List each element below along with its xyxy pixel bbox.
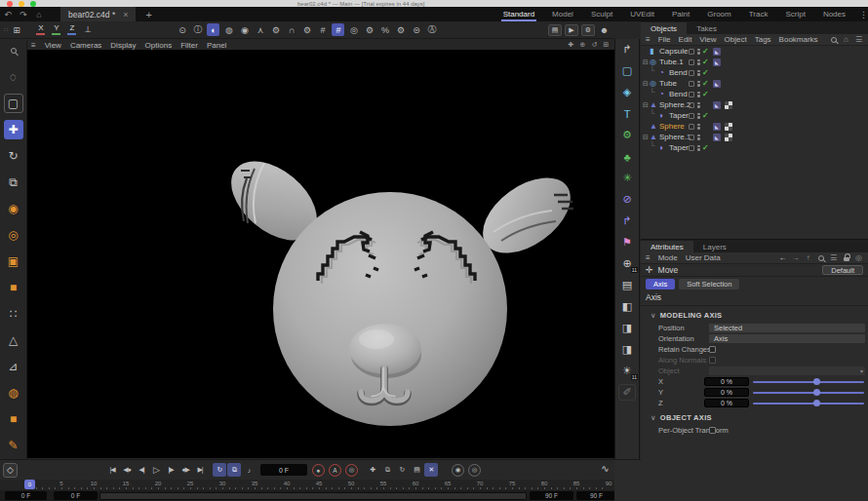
fcurve-mode-icon[interactable]: ∿ — [598, 461, 612, 476]
slider-x[interactable] — [753, 381, 864, 383]
dropdown-position[interactable]: Selected — [709, 324, 865, 332]
live-selection-icon[interactable]: ◌ — [4, 67, 23, 87]
group-header[interactable]: ∨MODELING AXIS — [641, 306, 868, 323]
viewport-menu-options[interactable]: Options — [145, 41, 173, 50]
play-preview-button[interactable]: ◎ — [468, 464, 481, 477]
render-settings-button[interactable]: ⚙ — [581, 24, 595, 36]
viewport-menu-filter[interactable]: Filter — [180, 41, 198, 50]
visibility-dots[interactable] — [697, 81, 700, 87]
y-axis-lock-button[interactable]: Y — [50, 23, 62, 36]
layer-chip[interactable] — [689, 135, 694, 140]
spline-primitive-icon[interactable]: ▢ — [618, 62, 636, 79]
current-frame-field[interactable]: 0 F — [260, 464, 307, 476]
attribute-menu-user-data[interactable]: User Data — [686, 253, 721, 262]
light-icon[interactable]: ☀11 — [618, 363, 636, 379]
expander-icon[interactable]: ⊟ — [643, 101, 649, 109]
sound-toggle[interactable]: ♪ — [242, 463, 256, 477]
prev-key-button[interactable]: ◀● — [120, 463, 134, 477]
model-mode-icon[interactable]: ■ — [4, 278, 23, 297]
value-field-x[interactable]: 0 % — [704, 377, 749, 386]
make-editable-icon[interactable]: ▣ — [4, 251, 23, 271]
prev-frame-button[interactable]: ◀| — [135, 463, 148, 477]
attribute-menu-mode[interactable]: Mode — [658, 253, 678, 262]
goto-end-button[interactable]: ▶| — [193, 463, 207, 477]
enable-check-icon[interactable]: ✓ — [702, 47, 709, 56]
next-key-button[interactable]: ●▶ — [178, 463, 192, 477]
stage-clapper-icon[interactable]: ▤ — [618, 277, 636, 293]
viewport-menu-display[interactable]: Display — [110, 41, 136, 50]
next-frame-button[interactable]: |▶ — [164, 463, 178, 477]
snap-settings-icon[interactable]: ⚙ — [300, 23, 313, 36]
layout-tab-uvedit[interactable]: UVEdit — [628, 8, 656, 21]
sky-environment-icon[interactable]: ⊕11 — [618, 255, 636, 272]
object-name[interactable]: Bend — [669, 68, 688, 77]
expander-icon[interactable]: ⊟ — [643, 58, 649, 66]
lock-icon[interactable] — [842, 253, 850, 262]
filter-icon[interactable]: ☰ — [829, 253, 838, 262]
visibility-dots[interactable] — [697, 102, 700, 108]
record-parameter-toggle[interactable]: ▤ — [410, 463, 423, 477]
play-button[interactable]: ▷ — [149, 463, 163, 477]
snap-icon[interactable]: ∩ — [285, 23, 297, 36]
coordinate-system-icon[interactable]: ⟂ — [81, 23, 94, 36]
object-menu-edit[interactable]: Edit — [679, 35, 692, 44]
tab-takes[interactable]: Takes — [687, 22, 727, 34]
simulate-icon[interactable]: ⊙ — [176, 23, 188, 36]
character-joint-icon[interactable]: ⋏ — [254, 23, 266, 36]
new-tab-button[interactable]: + — [145, 9, 151, 20]
layout-tab-nodes[interactable]: Nodes — [821, 8, 848, 21]
polygons-mode-icon[interactable]: △ — [4, 330, 23, 350]
texture-tag-icon[interactable] — [725, 123, 732, 131]
visibility-dots[interactable] — [697, 124, 700, 130]
float-window-icon[interactable]: ⊞ — [10, 23, 22, 36]
object-menu-view[interactable]: View — [699, 35, 716, 44]
solo-animation-button[interactable]: ◉ — [452, 464, 464, 477]
layout-menu-icon[interactable]: ⋮ — [859, 10, 868, 19]
goto-start-button[interactable]: |◀ — [105, 463, 119, 477]
modeling-settings-icon[interactable]: ⚙ — [394, 23, 407, 36]
layer-chip[interactable] — [689, 102, 694, 108]
phong-tag-icon[interactable]: ◣ — [713, 48, 721, 56]
mograph-cloner-icon[interactable]: ♣ — [618, 148, 636, 165]
quantize-icon[interactable]: # — [332, 23, 344, 36]
normals-display-icon[interactable]: ◉ — [238, 23, 251, 36]
orbit-view-icon[interactable]: ↺ — [590, 41, 599, 50]
object-menu-tags[interactable]: Tags — [755, 35, 771, 44]
project-info-icon[interactable]: ⓘ — [191, 23, 204, 36]
object-mode-icon[interactable]: ■ — [4, 409, 23, 429]
checkbox-along-normals[interactable] — [709, 357, 716, 364]
z-axis-lock-button[interactable]: Z — [65, 23, 78, 36]
filter-icon[interactable]: ☰ — [854, 35, 863, 44]
home-icon[interactable]: ⌂ — [842, 35, 850, 44]
annotation-icon[interactable]: ⊜ — [410, 23, 422, 36]
object-menu-icon[interactable]: ≡ — [646, 35, 651, 44]
tree-row-bend[interactable]: └◔Bend✓ — [641, 89, 868, 99]
axis-modification-icon[interactable]: ↱ — [618, 41, 636, 58]
enable-check-icon[interactable]: ✓ — [702, 143, 709, 152]
tab-attributes[interactable]: Attributes — [641, 241, 693, 252]
search-icon[interactable] — [829, 35, 838, 44]
scale-tool-icon[interactable]: ⧉ — [4, 173, 23, 192]
subtab-soft-selection[interactable]: Soft Selection — [679, 279, 739, 289]
focus-icon[interactable]: ◎ — [854, 253, 863, 262]
render-picture-viewer-button[interactable]: ▶ — [565, 24, 578, 36]
viewport-menu-view[interactable]: View — [45, 41, 61, 50]
expander-icon[interactable]: ⊟ — [643, 134, 649, 141]
object-name[interactable]: Bend — [669, 90, 688, 98]
range-end-field[interactable]: 90 F — [530, 491, 573, 500]
subdivision-generator-icon[interactable]: ⚙ — [618, 127, 636, 143]
autokeying-toggle[interactable]: A — [329, 464, 341, 477]
toolbar-grip[interactable]: ∷ — [4, 26, 7, 34]
phong-tag-icon[interactable]: ◣ — [713, 134, 721, 141]
loop-playback-toggle[interactable]: ↻ — [213, 463, 226, 477]
tab-objects[interactable]: Objects — [641, 22, 687, 34]
autokey-indicator-icon[interactable]: Ⓐ — [425, 23, 438, 36]
visibility-dots[interactable] — [697, 92, 700, 97]
tree-row-capsule[interactable]: ▮Capsule✓◣ — [641, 46, 868, 57]
object-name[interactable]: Sphere.2 — [659, 100, 690, 109]
layer-chip[interactable] — [689, 92, 694, 97]
viewport-menu-icon[interactable]: ≡ — [31, 41, 36, 50]
layer-chip[interactable] — [689, 59, 694, 65]
value-field-y[interactable]: 0 % — [704, 388, 749, 397]
attribute-menu-icon[interactable]: ≡ — [646, 253, 651, 262]
